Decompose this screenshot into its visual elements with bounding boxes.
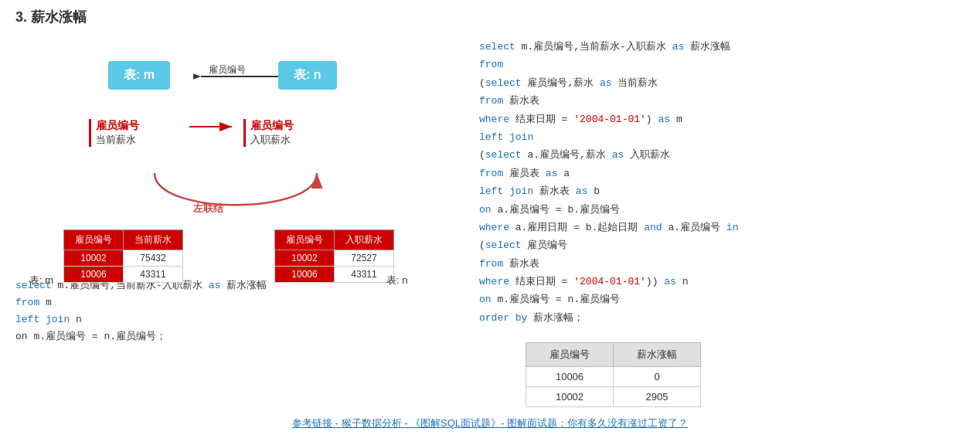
- table-n-small-label: 表: n: [386, 274, 407, 287]
- svg-text:左联结: 左联结: [192, 202, 224, 214]
- left-panel: 表: m 雇员编号 表: n 雇员编号 当前薪水: [15, 38, 448, 345]
- table-n-label: 表: n: [294, 67, 322, 83]
- svg-text:雇员编号: 雇员编号: [209, 64, 246, 75]
- rsql-line9: left join 薪水表 as b: [479, 182, 965, 200]
- right-panel: select m.雇员编号,当前薪水-入职薪水 as 薪水涨幅 from (se…: [471, 38, 965, 407]
- data-table-m-container: 雇员编号 当前薪水 10002 75432 10006 43311: [63, 229, 183, 283]
- table-row: 10006 43311: [275, 267, 394, 283]
- result-row-2: 10002 2905: [526, 387, 701, 407]
- left-sql-line4: on m.雇员编号 = n.雇员编号；: [15, 328, 448, 345]
- rsql-line12: (select 雇员编号: [479, 236, 965, 254]
- table-m-box: 表: m: [108, 61, 170, 90]
- rsql-line6: left join: [479, 128, 965, 146]
- page-title: 3. 薪水涨幅: [15, 8, 965, 26]
- table-n-row1-col1: 10002: [275, 250, 335, 267]
- result-header-1: 雇员编号: [526, 343, 614, 367]
- rsql-line11: where a.雇用日期 = b.起始日期 and a.雇员编号 in: [479, 219, 965, 236]
- data-table-m: 雇员编号 当前薪水 10002 75432 10006 43311: [63, 229, 183, 283]
- field-arrow-svg: [189, 121, 236, 132]
- rsql-line5: where 结束日期 = '2004-01-01') as m: [479, 110, 965, 128]
- rsql-line15: on m.雇员编号 = n.雇员编号: [479, 291, 965, 308]
- table-m-label: 表: m: [124, 67, 155, 83]
- rsql-line14: where 结束日期 = '2004-01-01')) as n: [479, 273, 965, 291]
- table-n-row1-col2: 72527: [335, 250, 394, 267]
- result-header-2: 薪水涨幅: [614, 343, 701, 367]
- table-m-row2-col1: 10006: [64, 267, 124, 283]
- rsql-line7: (select a.雇员编号,薪水 as 入职薪水: [479, 146, 965, 164]
- left-sql-block: select m.雇员编号,当前薪水-入职薪水 as 薪水涨幅 from m l…: [15, 277, 448, 345]
- left-sql-line3: left join n: [15, 311, 448, 328]
- curved-arrow-svg: 左联结: [77, 161, 386, 239]
- table-row: 10006 43311: [64, 267, 183, 283]
- rsql-line2: from: [479, 56, 965, 73]
- left-sql-line2: from m: [15, 294, 448, 311]
- table-m-row2-col2: 43311: [124, 267, 183, 283]
- data-table-n: 雇员编号 入职薪水 10002 72527 10006 43311: [274, 229, 394, 283]
- rsql-line8: from 雇员表 as a: [479, 165, 965, 182]
- table-n-header-1: 雇员编号: [275, 230, 335, 250]
- result-row1-col2: 0: [614, 367, 701, 387]
- result-row2-col1: 10002: [526, 387, 614, 407]
- table-m-row1-col1: 10002: [64, 250, 124, 267]
- rsql-line1: select m.雇员编号,当前薪水-入职薪水 as 薪水涨幅: [479, 38, 965, 56]
- rsql-line10: on a.雇员编号 = b.雇员编号: [479, 201, 965, 219]
- rsql-line16: order by 薪水涨幅；: [479, 309, 965, 327]
- data-table-n-container: 雇员编号 入职薪水 10002 72527 10006 43311: [274, 229, 394, 283]
- result-row1-col1: 10006: [526, 367, 614, 387]
- result-table: 雇员编号 薪水涨幅 10006 0 10002 2905: [526, 342, 701, 407]
- reference-link[interactable]: 参考链接 - 猴子数据分析 - 《图解SQL面试题》- 图解面试题：你有多久没有…: [15, 416, 965, 430]
- table-n-box: 表: n: [278, 61, 337, 90]
- field-n-line1: 雇员编号: [250, 119, 294, 133]
- field-m-line2: 当前薪水: [96, 133, 139, 147]
- table-row: 10002 72527: [275, 250, 394, 267]
- table-m-header-2: 当前薪水: [124, 230, 183, 250]
- result-row2-col2: 2905: [614, 387, 701, 407]
- table-n-row2-col1: 10006: [275, 267, 335, 283]
- result-row-1: 10006 0: [526, 367, 701, 387]
- diagram-area: 表: m 雇员编号 表: n 雇员编号 当前薪水: [15, 38, 448, 262]
- rsql-line4: from 薪水表: [479, 92, 965, 110]
- right-sql-block: select m.雇员编号,当前薪水-入职薪水 as 薪水涨幅 from (se…: [479, 38, 965, 327]
- table-m-row1-col2: 75432: [124, 250, 183, 267]
- table-n-header-2: 入职薪水: [335, 230, 394, 250]
- field-m-line1: 雇员编号: [96, 119, 139, 133]
- field-group-n: 雇员编号 入职薪水: [243, 119, 294, 147]
- rsql-line3: (select 雇员编号,薪水 as 当前薪水: [479, 74, 965, 92]
- table-row: 10002 75432: [64, 250, 183, 267]
- field-n-line2: 入职薪水: [250, 133, 294, 147]
- rsql-line13: from 薪水表: [479, 255, 965, 273]
- table-m-header-1: 雇员编号: [64, 230, 124, 250]
- table-m-small-label: 表: m: [29, 274, 53, 287]
- result-table-container: 雇员编号 薪水涨幅 10006 0 10002 2905: [526, 342, 965, 407]
- field-group-m: 雇员编号 当前薪水: [89, 119, 139, 147]
- table-n-row2-col2: 43311: [335, 267, 394, 283]
